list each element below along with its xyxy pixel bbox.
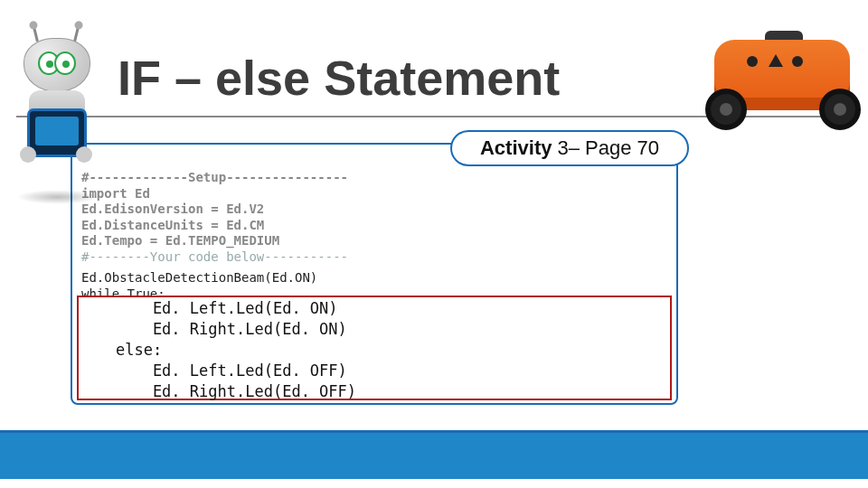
page-title: IF – else Statement <box>118 50 560 106</box>
footer-bar <box>0 430 868 479</box>
code-highlight-lines: Ed. Left.Led(Ed. ON) Ed. Right.Led(Ed. O… <box>79 298 670 402</box>
code-setup-comment: #-------------Setup---------------- <box>81 170 667 186</box>
activity-label-rest: 3– Page 70 <box>557 136 659 160</box>
code-setup-lines: import Ed Ed.EdisonVersion = Ed.V2 Ed.Di… <box>81 186 667 249</box>
code-user-comment: #--------Your code below----------- <box>81 249 667 266</box>
activity-label-strong: Activity <box>480 136 552 160</box>
code-highlight-block: Ed. Left.Led(Ed. ON) Ed. Right.Led(Ed. O… <box>77 296 672 400</box>
mascot-image <box>7 38 105 172</box>
activity-badge: Activity 3– Page 70 <box>450 130 689 166</box>
edison-robot-image <box>687 0 868 149</box>
